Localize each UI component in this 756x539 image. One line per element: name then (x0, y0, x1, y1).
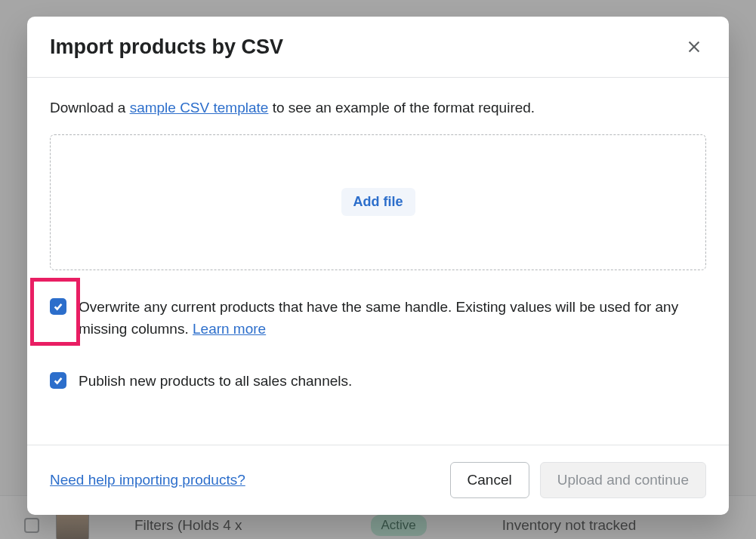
publish-option-row: Publish new products to all sales channe… (50, 370, 706, 392)
close-button[interactable] (682, 35, 706, 59)
file-dropzone[interactable]: Add file (50, 134, 706, 270)
publish-checkbox[interactable] (50, 372, 66, 389)
publish-label: Publish new products to all sales channe… (79, 370, 352, 392)
overwrite-option-row: Overwrite any current products that have… (50, 296, 706, 340)
footer-buttons: Cancel Upload and continue (450, 462, 706, 498)
learn-more-link[interactable]: Learn more (193, 321, 266, 337)
overwrite-checkbox[interactable] (50, 298, 66, 315)
cancel-button[interactable]: Cancel (450, 462, 529, 498)
checkmark-icon (53, 375, 63, 386)
upload-continue-button[interactable]: Upload and continue (540, 462, 706, 498)
import-csv-modal: Import products by CSV Download a sample… (27, 17, 729, 515)
checkmark-icon (53, 301, 63, 312)
modal-body: Download a sample CSV template to see an… (27, 78, 729, 445)
intro-suffix: to see an example of the format required… (268, 100, 535, 116)
intro-text: Download a sample CSV template to see an… (50, 97, 706, 119)
modal-header: Import products by CSV (27, 17, 729, 78)
intro-prefix: Download a (50, 100, 130, 116)
overwrite-label: Overwrite any current products that have… (79, 296, 706, 340)
sample-csv-link[interactable]: sample CSV template (130, 100, 269, 116)
close-icon (686, 38, 702, 55)
modal-footer: Need help importing products? Cancel Upl… (27, 445, 729, 515)
modal-title: Import products by CSV (50, 35, 283, 59)
help-link[interactable]: Need help importing products? (50, 472, 245, 488)
add-file-button[interactable]: Add file (341, 188, 415, 216)
overwrite-text: Overwrite any current products that have… (79, 299, 678, 337)
